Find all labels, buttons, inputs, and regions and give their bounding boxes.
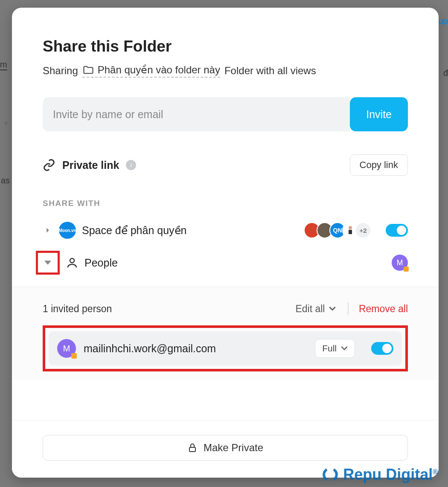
sharing-suffix: Folder with all views	[224, 65, 316, 77]
backdrop-text: up	[439, 16, 448, 26]
space-share-toggle[interactable]	[386, 224, 408, 237]
share-space-row: Moon.vn Space để phân quyền QN +2	[43, 222, 408, 239]
expand-people-highlight	[36, 251, 60, 275]
info-icon[interactable]: i	[126, 160, 136, 170]
watermark: Repu Digital®	[322, 466, 438, 484]
space-avatar: Moon.vn	[59, 222, 76, 239]
remove-all-button[interactable]: Remove all	[359, 303, 408, 315]
svg-rect-3	[189, 447, 195, 452]
invited-member-row: M mailinhchi.work@gmail.com Full	[49, 331, 402, 365]
space-name[interactable]: Space để phân quyền	[82, 224, 298, 237]
edit-all-label: Edit all	[295, 303, 325, 315]
invite-button[interactable]: Invite	[350, 97, 408, 131]
svg-point-2	[70, 258, 74, 263]
folder-name: Phân quyền vào folder này	[98, 64, 220, 76]
permission-label: Full	[322, 343, 337, 354]
modal-title: Share this Folder	[43, 38, 408, 55]
expand-people-caret[interactable]	[43, 260, 53, 265]
backdrop-plus: +	[3, 119, 9, 128]
edit-all-button[interactable]: Edit all	[295, 303, 348, 315]
member-share-toggle[interactable]	[371, 342, 393, 355]
member-highlight: M mailinhchi.work@gmail.com Full	[43, 325, 408, 371]
invite-row: Invite	[43, 97, 408, 131]
lock-icon	[187, 443, 198, 453]
watermark-logo-icon	[322, 466, 339, 483]
private-link-label: Private link	[62, 159, 119, 171]
link-icon	[43, 159, 55, 171]
make-private-button[interactable]: Make Private	[43, 435, 408, 461]
expand-space-caret[interactable]	[43, 227, 53, 233]
member-avatar-stack[interactable]: QN +2	[304, 222, 371, 238]
chevron-down-icon	[329, 305, 336, 312]
folder-icon	[82, 64, 94, 76]
people-avatar: M	[392, 255, 408, 271]
backdrop-text: as	[1, 176, 10, 186]
people-label[interactable]: People	[84, 257, 386, 269]
invited-count: 1 invited person	[43, 303, 295, 315]
backdrop-text: đ	[443, 68, 448, 78]
avatar-more-count: +2	[355, 222, 371, 238]
invite-input[interactable]	[43, 97, 350, 131]
make-private-label: Make Private	[204, 442, 263, 454]
member-avatar: M	[57, 339, 76, 358]
share-with-heading: SHARE WITH	[43, 199, 408, 208]
share-people-row: People M	[43, 251, 408, 275]
invited-section: 1 invited person Edit all Remove all M m…	[12, 287, 439, 380]
member-email: mailinhchi.work@gmail.com	[84, 342, 307, 355]
sharing-label: Sharing	[43, 65, 78, 77]
sharing-subtitle: Sharing Phân quyền vào folder này Folder…	[43, 64, 408, 78]
backdrop-text: m	[0, 60, 7, 70]
share-modal: Share this Folder Sharing Phân quyền vào…	[12, 8, 439, 478]
permission-select[interactable]: Full	[315, 339, 355, 358]
svg-rect-1	[349, 230, 352, 234]
copy-link-button[interactable]: Copy link	[350, 154, 408, 176]
folder-breadcrumb[interactable]: Phân quyền vào folder này	[82, 64, 220, 78]
divider	[348, 302, 349, 315]
svg-point-0	[349, 226, 352, 229]
people-icon	[66, 256, 79, 269]
invited-header: 1 invited person Edit all Remove all	[43, 302, 408, 315]
private-link-row: Private link i Copy link	[43, 154, 408, 176]
chevron-down-icon	[341, 345, 348, 352]
